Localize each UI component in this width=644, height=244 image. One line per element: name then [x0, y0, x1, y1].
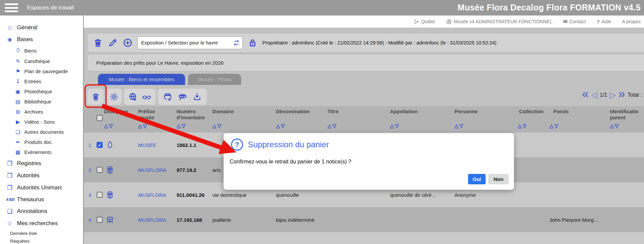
- last-page-button[interactable]: »: [618, 87, 625, 101]
- sidebar-item-autorites[interactable]: ❐ Autorités: [0, 170, 83, 182]
- domaine-cell: arts: [212, 157, 221, 182]
- remove-from-basket-button[interactable]: [87, 88, 104, 105]
- confirm-no-button[interactable]: Non: [488, 174, 509, 184]
- glasses-view-icon[interactable]: [142, 92, 151, 101]
- column-header-appellation: Appellation: [390, 109, 447, 115]
- column-header-prefixe: Préfixe musée: [138, 109, 165, 121]
- row-checkbox[interactable]: [97, 217, 103, 223]
- sidebar-item-entrees[interactable]: ↧ Entrées: [0, 77, 83, 87]
- sort-domaine[interactable]: △▽: [212, 123, 222, 129]
- sort-denomination[interactable]: △▽: [276, 123, 286, 129]
- sidebar-item-mes-recherches[interactable]: ☆ Mes recherches: [0, 217, 83, 230]
- table-row: [84, 232, 644, 244]
- sidebar-item-autorites-unimarc[interactable]: ❐ Autorités Unimarc: [0, 182, 83, 194]
- mask-icon: [105, 190, 114, 200]
- sidebar-item-biens[interactable]: Biens: [0, 45, 83, 56]
- sidebar-item-plan-sauvegarde[interactable]: ⚑ Plan de sauvegarde: [0, 66, 83, 77]
- column-header-numero: Numéro d'inventaire: [177, 109, 210, 121]
- column-header-identification-parent: Identificatio parent: [610, 109, 644, 121]
- pen-icon: ✎: [15, 58, 21, 64]
- current-user[interactable]: Musée v4 ADMINISTRATEUR FONCTIONNEL: [446, 19, 552, 25]
- add-basket-button[interactable]: [123, 38, 133, 48]
- sort-fonds[interactable]: △▽: [549, 123, 559, 129]
- sidebar-item-bases[interactable]: ◈ Bases: [0, 33, 83, 45]
- trash-icon: [91, 92, 100, 101]
- eye-of-horus-icon[interactable]: [178, 92, 187, 101]
- sort-identification-parent[interactable]: △▽: [610, 123, 620, 129]
- refresh-icon[interactable]: [233, 39, 240, 46]
- prev-page-button[interactable]: ◁: [591, 90, 597, 100]
- sort-appellation[interactable]: △▽: [390, 123, 400, 129]
- contact-button[interactable]: ✉ Contact: [563, 19, 586, 25]
- tab-photo[interactable]: Musée : Photo: [188, 74, 241, 85]
- sidebar-item-derniere-liste[interactable]: Dernière liste: [0, 230, 83, 237]
- sort-discipline[interactable]: △▽: [104, 123, 114, 129]
- sort-prefixe[interactable]: △▽: [138, 123, 148, 129]
- picture-icon: ▣: [15, 89, 21, 95]
- quit-button[interactable]: Quitter: [413, 19, 435, 25]
- sidebar-item-thesaurus[interactable]: A⇅B Thesaurus: [0, 194, 83, 205]
- register-icon: ❐: [6, 160, 14, 167]
- sort-personne[interactable]: △▽: [455, 123, 464, 129]
- app-title: Musée Flora Decalog Flora FORMATION v4.5: [458, 3, 641, 12]
- column-header-discipline: Discipline: [104, 109, 134, 115]
- book-icon: ❐: [6, 172, 14, 179]
- view-group: [124, 88, 156, 105]
- bases-icon: ◈: [6, 36, 14, 43]
- sidebar-item-annotations[interactable]: ❏ Annotations: [0, 205, 83, 217]
- about-button[interactable]: A propos: [622, 19, 641, 24]
- table-row[interactable]: 4 MUSFLORA 17.192.168 joaillerie bijou i…: [84, 207, 644, 232]
- mail-icon: ✉: [563, 19, 568, 25]
- media-icon: ▶: [15, 119, 21, 125]
- record-link[interactable]: MUSFLORA: [138, 182, 166, 207]
- table-header: Discipline △▽ Préfixe musée △▽ Numéro d'…: [84, 106, 644, 132]
- sidebar: ⌂ Général ◈ Bases Biens ✎ Carothèque ⚑ P…: [0, 16, 84, 244]
- sidebar-item-autres-documents[interactable]: ❏ Autres documents: [0, 127, 83, 137]
- settings-button[interactable]: [105, 88, 122, 105]
- help-button[interactable]: ? Aide: [597, 19, 611, 25]
- sort-numero[interactable]: △▽: [177, 123, 186, 129]
- sort-titre[interactable]: △▽: [328, 123, 337, 129]
- confirm-yes-button[interactable]: Oui: [468, 174, 486, 184]
- row-checkbox[interactable]: [97, 192, 103, 198]
- sidebar-item-produits-doc[interactable]: ✒ Produits doc.: [0, 137, 83, 147]
- denomination-cell: bijou indéterminé: [276, 207, 314, 232]
- inventory-number: 911.0041.26: [177, 182, 205, 207]
- sidebar-item-videos-sons[interactable]: ▶ Vidéos - Sons: [0, 117, 83, 127]
- list-toolbar: [84, 88, 644, 104]
- record-link[interactable]: MUSFLORA: [138, 157, 166, 182]
- column-header-domaine: Domaine: [212, 109, 263, 115]
- mask-icon: [105, 165, 114, 175]
- record-link[interactable]: MUSFLORA: [138, 207, 166, 232]
- library-icon: ▤: [15, 99, 21, 105]
- dialog-message: Confirmez-vous le retrait du panier de 1…: [230, 159, 351, 165]
- sidebar-item-requetes[interactable]: Requêtes: [0, 237, 83, 244]
- stool-icon: [105, 215, 114, 224]
- row-checkbox-checked[interactable]: ✓: [97, 142, 103, 148]
- export-box-icon[interactable]: [163, 92, 172, 101]
- delete-basket-button[interactable]: [93, 38, 103, 48]
- tab-biens-et-ensembles[interactable]: Musée : Biens et ensembles: [98, 74, 185, 85]
- download-icon[interactable]: [192, 92, 202, 101]
- first-page-button[interactable]: «: [582, 87, 589, 101]
- next-page-button[interactable]: ▷: [610, 90, 616, 100]
- edit-basket-button[interactable]: [108, 38, 118, 48]
- hamburger-menu-icon[interactable]: [5, 3, 18, 12]
- sidebar-item-evenements[interactable]: ▦ Evènements: [0, 147, 83, 157]
- tab-bar: Musée : Biens et ensembles Musée : Photo: [98, 74, 241, 85]
- sidebar-item-registres[interactable]: ❐ Registres: [0, 157, 83, 170]
- sort-collection[interactable]: △▽: [518, 123, 527, 129]
- sidebar-item-archives[interactable]: ⊞ Archives: [0, 107, 83, 117]
- sidebar-item-carotheque[interactable]: ✎ Carothèque: [0, 56, 83, 66]
- column-header-collection: Collection: [519, 109, 555, 115]
- sidebar-item-general[interactable]: ⌂ Général: [0, 22, 83, 33]
- record-link[interactable]: MUSEE: [138, 132, 156, 157]
- globe-publish-icon[interactable]: [128, 92, 137, 101]
- sidebar-item-bibliotheque[interactable]: ▤ Bibliothèque: [0, 97, 83, 107]
- sidebar-item-phototheque[interactable]: ▣ Photothèque: [0, 87, 83, 97]
- row-checkbox[interactable]: [97, 167, 103, 173]
- select-all-checkbox[interactable]: [97, 115, 103, 121]
- basket-toolbar: Exposition / Selection pour le havre Pro…: [87, 33, 644, 53]
- basket-selector[interactable]: Exposition / Selection pour le havre: [137, 36, 243, 49]
- pagination: « ◁ 1/1 ▷ » Total :: [582, 87, 642, 103]
